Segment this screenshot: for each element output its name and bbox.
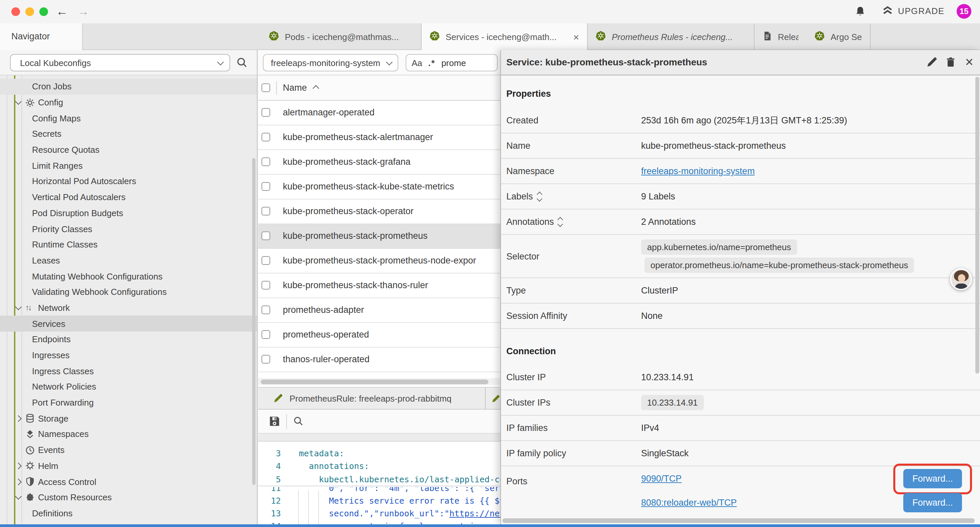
table-row[interactable]: alertmanager-operated xyxy=(258,101,500,126)
content-tab[interactable]: Argo Se xyxy=(807,23,870,50)
delete-trash-icon[interactable] xyxy=(945,57,956,70)
sort-updown-icon[interactable] xyxy=(538,193,541,201)
content-tab[interactable]: Pods - icecheng@mathmas... xyxy=(261,23,422,50)
sidebar-item-config-maps[interactable]: Config Maps xyxy=(0,110,257,126)
sidebar-item-network-policies[interactable]: Network Policies xyxy=(0,379,257,395)
detail-row-cluster-ips: Cluster IPs10.233.14.91 xyxy=(501,390,980,416)
sidebar-item-events[interactable]: Events xyxy=(0,442,257,458)
panel-vertical-scrollbar-thumb[interactable] xyxy=(975,77,979,374)
column-header-name[interactable]: Name xyxy=(283,75,318,101)
table-row[interactable]: kube-prometheus-stack-grafana xyxy=(258,150,500,175)
table-row[interactable]: prometheus-operated xyxy=(258,323,500,347)
content-tab[interactable]: Prometheus Rules - icecheng... xyxy=(588,23,754,50)
sidebar-item-mutating-webhook-configurations[interactable]: Mutating Webhook Configurations xyxy=(0,269,257,284)
sidebar-item-port-forwarding[interactable]: Port Forwarding xyxy=(0,395,257,411)
sidebar-item-secrets[interactable]: Secrets xyxy=(0,126,257,142)
forward-button[interactable]: Forward... xyxy=(903,469,962,488)
row-checkbox[interactable] xyxy=(261,256,270,265)
user-avatar[interactable] xyxy=(950,268,972,290)
kubeconfig-selector[interactable]: Local Kubeconfigs xyxy=(10,54,230,72)
sidebar-item-endpoints[interactable]: Endpoints xyxy=(0,331,257,347)
row-checkbox[interactable] xyxy=(261,182,270,191)
content-tab[interactable]: Services - icecheng@math... × xyxy=(422,23,588,50)
sidebar-item-priority-classes[interactable]: Priority Classes xyxy=(0,221,257,236)
chevron-icon xyxy=(15,478,22,485)
close-panel-icon[interactable]: × xyxy=(965,53,973,72)
sidebar-item-custom-resources[interactable]: Custom Resources xyxy=(0,490,257,505)
namespace-link[interactable]: freeleaps-monitoring-system xyxy=(641,166,755,176)
content-tab[interactable]: Release Notes xyxy=(754,23,807,50)
sort-updown-icon[interactable] xyxy=(559,218,562,226)
sidebar-item-horizontal-pod-autoscalers[interactable]: Horizontal Pod Autoscalers xyxy=(0,174,257,189)
detail-label: Labels xyxy=(501,191,641,201)
sidebar-item-helm[interactable]: Helm xyxy=(0,458,257,474)
tab-close-icon[interactable]: × xyxy=(573,31,579,42)
editor-link[interactable]: https://net xyxy=(449,508,500,518)
sidebar-item-access-control[interactable]: Access Control xyxy=(0,474,257,489)
sidebar-item-limit-ranges[interactable]: Limit Ranges xyxy=(0,158,257,174)
row-checkbox[interactable] xyxy=(261,330,270,339)
select-all-checkbox[interactable] xyxy=(261,83,270,92)
sidebar-item-validating-webhook-configurations[interactable]: Validating Webhook Configurations xyxy=(0,284,257,300)
sidebar-item-cron-jobs[interactable]: Cron Jobs xyxy=(0,79,257,94)
regex-toggle[interactable]: .* xyxy=(428,58,435,68)
row-checkbox[interactable] xyxy=(261,133,270,142)
yaml-editor[interactable]: 3metadata:4annotations:5kubectl.kubernet… xyxy=(258,442,500,524)
sidebar-scrollbar-thumb[interactable] xyxy=(252,158,256,485)
sidebar-item-config[interactable]: Config xyxy=(0,94,257,110)
row-checkbox[interactable] xyxy=(261,108,270,117)
table-row[interactable]: kube-prometheus-stack-prometheus xyxy=(258,224,500,249)
sidebar-item-namespaces[interactable]: Namespaces xyxy=(0,426,257,442)
sidebar-item-services[interactable]: Services xyxy=(0,316,257,331)
row-checkbox[interactable] xyxy=(261,207,270,215)
table-row[interactable]: kube-prometheus-stack-thanos-ruler xyxy=(258,274,500,298)
zoom-window-button[interactable] xyxy=(39,7,48,16)
forward-button[interactable]: → xyxy=(77,3,89,19)
port-link[interactable]: 9090/TCP xyxy=(641,469,682,488)
editor-search-icon[interactable] xyxy=(293,416,304,429)
sidebar-item-leases[interactable]: Leases xyxy=(0,253,257,268)
tab-navigator[interactable]: Navigator xyxy=(0,23,83,50)
panel-horizontal-scrollbar[interactable] xyxy=(502,518,975,524)
sidebar-item-network[interactable]: ↑↓ Network xyxy=(0,300,257,315)
sidebar-item-definitions[interactable]: Definitions xyxy=(0,505,257,521)
row-checkbox[interactable] xyxy=(261,231,270,240)
scrollbar-thumb[interactable] xyxy=(261,379,488,384)
sidebar-item-runtime-classes[interactable]: Runtime Classes xyxy=(0,237,257,253)
list-horizontal-scrollbar[interactable] xyxy=(258,378,500,385)
editor-tab-partial[interactable] xyxy=(486,388,500,409)
filter-input[interactable]: Aa .* prome xyxy=(406,54,498,72)
sidebar-item-resource-quotas[interactable]: Resource Quotas xyxy=(0,142,257,158)
upgrade-button[interactable]: UPGRADE xyxy=(882,5,945,16)
back-button[interactable]: ← xyxy=(56,3,68,19)
save-icon[interactable] xyxy=(269,416,280,430)
port-link[interactable]: 8080:reloader-web/TCP xyxy=(641,493,737,512)
search-icon[interactable] xyxy=(236,57,248,71)
edit-pencil-icon[interactable] xyxy=(927,57,937,70)
namespace-selector[interactable]: freeleaps-monitoring-system xyxy=(263,54,398,72)
table-row[interactable]: kube-prometheus-stack-prometheus-node-ex… xyxy=(258,249,500,274)
forward-button[interactable]: Forward... xyxy=(903,493,962,512)
minimize-window-button[interactable] xyxy=(25,7,34,16)
table-row[interactable]: prometheus-adapter xyxy=(258,298,500,323)
row-checkbox[interactable] xyxy=(261,306,270,314)
row-checkbox[interactable] xyxy=(261,158,270,166)
editor-tab[interactable]: PrometheusRule: freeleaps-prod-rabbitmq xyxy=(258,388,486,409)
sidebar-item-vertical-pod-autoscalers[interactable]: Vertical Pod Autoscalers xyxy=(0,189,257,205)
table-row[interactable]: kube-prometheus-stack-alertmanager xyxy=(258,126,500,150)
notifications-bell-icon[interactable] xyxy=(854,6,866,20)
sidebar-item-pod-disruption-budgets[interactable]: Pod Disruption Budgets xyxy=(0,205,257,221)
sidebar-item-ingresses[interactable]: Ingresses xyxy=(0,347,257,363)
row-checkbox[interactable] xyxy=(261,281,270,290)
sidebar-item-ingress-classes[interactable]: Ingress Classes xyxy=(0,363,257,379)
row-checkbox[interactable] xyxy=(261,355,270,363)
match-case-toggle[interactable]: Aa xyxy=(412,58,422,68)
close-window-button[interactable] xyxy=(11,7,20,16)
table-row[interactable]: thanos-ruler-operated xyxy=(258,347,500,372)
sidebar-item-storage[interactable]: Storage xyxy=(0,411,257,426)
notification-count-badge[interactable]: 15 xyxy=(957,4,971,19)
detail-row-ip-families: IP familiesIPv4 xyxy=(501,416,980,441)
scrollbar-thumb[interactable] xyxy=(502,518,975,523)
table-row[interactable]: kube-prometheus-stack-operator xyxy=(258,199,500,224)
table-row[interactable]: kube-prometheus-stack-kube-state-metrics xyxy=(258,175,500,199)
